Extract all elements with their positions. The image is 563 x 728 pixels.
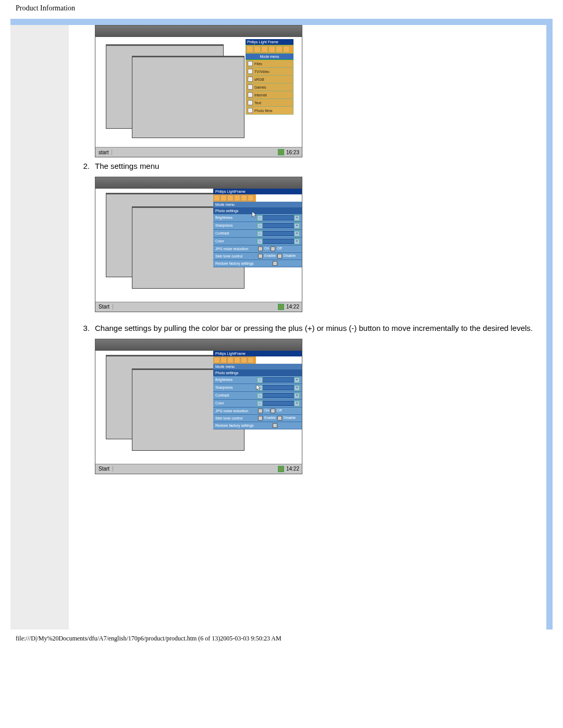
toolbar-btn-5[interactable] <box>276 46 283 53</box>
menu-label: sRGB <box>254 78 264 81</box>
stoolbar-btn-2[interactable] <box>221 195 227 201</box>
jpg-off-checkbox[interactable] <box>271 409 275 413</box>
label: Contrast <box>215 231 255 235</box>
plus-button[interactable]: + <box>294 385 300 391</box>
toolbar-btn-6[interactable] <box>283 46 290 53</box>
window-titlebar <box>95 177 302 189</box>
setting-restore: Restore factory settings <box>213 260 302 267</box>
stoolbar-btn-3[interactable] <box>227 195 234 201</box>
plus-button[interactable]: + <box>294 377 300 383</box>
step-number: 2. <box>78 162 95 170</box>
label: Sharpness <box>215 386 255 389</box>
contrast-slider[interactable]: -+ <box>257 393 300 398</box>
plus-button[interactable]: + <box>294 239 300 244</box>
menu-label: Photo films <box>254 109 273 113</box>
jpg-off-checkbox[interactable] <box>271 246 275 251</box>
sharpness-slider[interactable]: -+ <box>257 223 300 228</box>
start-button[interactable]: start <box>95 150 112 155</box>
minus-button[interactable]: - <box>257 239 263 244</box>
files-icon <box>248 61 253 66</box>
restore-checkbox[interactable] <box>273 423 277 428</box>
stoolbar-btn-4[interactable] <box>234 357 240 363</box>
contrast-slider[interactable]: -+ <box>257 231 300 236</box>
app-lightframe-window: Philips Light Frame Mode menu Files TV/V… <box>246 39 293 115</box>
menu-label: Internet <box>254 93 267 97</box>
toolbar-btn-1[interactable] <box>247 46 253 53</box>
stoolbar-btn-1[interactable] <box>214 195 220 201</box>
menu-label: TV/Video <box>254 70 270 73</box>
settings-toolbar <box>213 356 256 364</box>
minus-button[interactable]: - <box>257 401 263 406</box>
label: Restore factory settings <box>215 262 273 265</box>
settings-mode-header: Mode menu <box>213 364 302 370</box>
label: Skin tone control <box>215 416 255 420</box>
toolbar-btn-4[interactable] <box>268 46 275 53</box>
label: Brightness <box>215 216 255 219</box>
minus-button[interactable]: - <box>257 215 263 221</box>
stoolbar-btn-6[interactable] <box>248 357 254 363</box>
desktop-area: Philips LightFrame Mode menu Photo setti… <box>95 189 302 302</box>
tray-icon[interactable] <box>278 149 284 155</box>
jpg-on-checkbox[interactable] <box>258 246 263 251</box>
start-button[interactable]: Start <box>95 466 113 472</box>
stoolbar-btn-1[interactable] <box>214 357 220 363</box>
brightness-slider[interactable]: -+ <box>257 215 300 220</box>
plus-button[interactable]: + <box>294 223 300 229</box>
settings-panel: Philips LightFrame Mode menu Photo setti… <box>213 189 302 267</box>
skin-disable-checkbox[interactable] <box>277 254 282 258</box>
minus-button[interactable]: - <box>257 377 263 383</box>
system-tray: 16:23 <box>275 149 302 155</box>
tv-icon <box>248 69 253 74</box>
games-icon <box>248 84 253 90</box>
screenshot-mode-menu: Philips Light Frame Mode menu Files TV/V… <box>95 25 302 157</box>
photo-icon <box>248 108 253 113</box>
skin-enable-checkbox[interactable] <box>258 254 263 258</box>
sharpness-slider[interactable]: -+ <box>257 385 300 390</box>
settings-mode-header: Mode menu <box>213 202 302 208</box>
opt-disable: Disable <box>284 254 296 258</box>
brightness-slider[interactable]: -+ <box>257 377 300 382</box>
stoolbar-btn-3[interactable] <box>227 357 234 363</box>
color-slider[interactable]: -+ <box>257 239 300 244</box>
plus-button[interactable]: + <box>294 231 300 237</box>
stoolbar-btn-5[interactable] <box>241 195 247 201</box>
setting-skintone: Skin tone controlEnableDisable <box>213 253 302 260</box>
toolbar-btn-2[interactable] <box>254 46 261 53</box>
plus-button[interactable]: + <box>294 215 300 221</box>
step-3-text: Change settings by pulling the color bar… <box>95 324 537 334</box>
stoolbar-btn-5[interactable] <box>241 357 247 363</box>
cursor-icon <box>252 211 257 217</box>
menu-item-srgb[interactable]: sRGB <box>246 76 293 83</box>
stoolbar-btn-2[interactable] <box>221 357 227 363</box>
menu-item-photofilms[interactable]: Photo films <box>246 107 293 115</box>
menu-item-text[interactable]: Text <box>246 99 293 107</box>
stoolbar-btn-6[interactable] <box>248 195 254 201</box>
restore-checkbox[interactable] <box>273 261 277 266</box>
stoolbar-btn-4[interactable] <box>234 195 240 201</box>
menu-item-games[interactable]: Games <box>246 83 293 91</box>
plus-button[interactable]: + <box>294 401 300 406</box>
minus-button[interactable]: - <box>257 223 263 229</box>
settings-section-header[interactable]: Photo settings <box>213 208 302 214</box>
window-titlebar <box>95 339 302 351</box>
page-border-frame: Philips Light Frame Mode menu Files TV/V… <box>10 19 553 630</box>
tray-icon[interactable] <box>278 304 284 310</box>
label: Sharpness <box>215 224 255 227</box>
menu-item-internet[interactable]: Internet <box>246 91 293 99</box>
settings-section-header[interactable]: Photo settings <box>213 370 302 376</box>
label: Brightness <box>215 378 255 381</box>
start-button[interactable]: Start <box>95 304 113 310</box>
minus-button[interactable]: - <box>257 231 263 237</box>
tray-icon[interactable] <box>278 466 284 472</box>
minus-button[interactable]: - <box>257 393 263 399</box>
opt-on: On <box>264 409 269 413</box>
toolbar-btn-3[interactable] <box>261 46 268 53</box>
menu-item-tvvideo[interactable]: TV/Video <box>246 68 293 76</box>
plus-button[interactable]: + <box>294 393 300 399</box>
skin-enable-checkbox[interactable] <box>258 416 263 421</box>
color-slider[interactable]: -+ <box>257 401 300 406</box>
jpg-on-checkbox[interactable] <box>258 409 263 413</box>
skin-disable-checkbox[interactable] <box>277 416 282 421</box>
label: Skin tone control <box>215 254 255 258</box>
menu-item-files[interactable]: Files <box>246 60 293 68</box>
